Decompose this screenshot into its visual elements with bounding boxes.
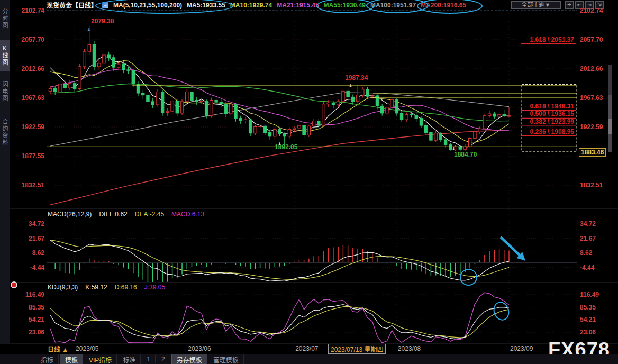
macd-axis-label-right: 8.62 bbox=[580, 249, 592, 257]
kdj-axis-label-left: 85.35 bbox=[16, 304, 44, 311]
price-axis-label-right: 1967.63 bbox=[580, 94, 603, 102]
left-sidebar: 分时图K线图闪电图合约资料 bbox=[0, 0, 10, 344]
date-axis-label: 2023/06 bbox=[188, 345, 211, 352]
trading-app-window: 分时图K线图闪电图合约资料 现货黄金【日线】 MA(5,10,21,55,100… bbox=[0, 0, 618, 364]
macd-diff-value: DIFF:0.62 bbox=[99, 211, 127, 218]
ma-value-3: MA21:1915.45 bbox=[277, 2, 319, 9]
kdj-d-value: D:69.16 bbox=[115, 284, 137, 291]
macd-axis-label-left: 21.67 bbox=[16, 235, 44, 242]
date-axis-label: 2023/09 bbox=[510, 345, 533, 352]
kdj-axis-label-right: 23.06 bbox=[580, 329, 596, 336]
cross-marker: + bbox=[87, 26, 90, 33]
date-axis-label: 2023/08 bbox=[398, 345, 421, 352]
macd-dea-value: DEA:-2.45 bbox=[135, 211, 164, 218]
macd-axis-label-right: 34.72 bbox=[580, 220, 596, 228]
cross-marker: + bbox=[278, 141, 281, 147]
kdj-axis-label-right: 85.35 bbox=[580, 304, 596, 311]
price-axis-label-right: 1832.51 bbox=[580, 181, 603, 189]
tab-1[interactable]: 1 bbox=[142, 355, 156, 363]
kdj-axis-label-left: 23.06 bbox=[16, 329, 44, 336]
price-point-label: 2079.38 bbox=[91, 17, 114, 25]
pan-cross-icon[interactable]: ✛ bbox=[565, 1, 574, 9]
kdj-axis-label-right: 116.49 bbox=[580, 291, 599, 298]
period-selector[interactable]: 日线 ▲ bbox=[48, 344, 68, 353]
kdj-axis-label-left: 116.49 bbox=[16, 291, 44, 298]
price-point-label: 1987.34 bbox=[345, 74, 368, 81]
tab-指标[interactable]: 指标 bbox=[36, 354, 59, 364]
all-themes-button[interactable]: 全部主题▼ bbox=[511, 1, 561, 9]
price-axis-label-left: 1877.55 bbox=[16, 152, 44, 160]
sidebar-item-3[interactable]: 闪电图 bbox=[0, 76, 10, 107]
macd-axis-label-right: -4.44 bbox=[580, 264, 594, 271]
ma-value-2: MA10:1929.74 bbox=[230, 2, 272, 9]
sidebar-item-2[interactable]: K线图 bbox=[0, 40, 10, 71]
indicator-settings-icon[interactable] bbox=[11, 281, 17, 288]
tab-模板[interactable]: 模板 bbox=[60, 354, 83, 364]
tab-VIP指标[interactable]: VIP指标 bbox=[84, 354, 117, 364]
date-axis-label: 2023/05 bbox=[76, 345, 98, 352]
price-axis-label-right: 2012.66 bbox=[580, 65, 603, 72]
macd-axis-label-left: 34.72 bbox=[16, 220, 44, 228]
fib-level-label: 0.500 \ 1936.15 bbox=[516, 110, 574, 117]
chart-canvas[interactable] bbox=[0, 0, 618, 364]
price-point-label: 1884.70 bbox=[454, 151, 477, 158]
price-axis-label-left: 2057.70 bbox=[16, 36, 44, 43]
kdj-axis-label-left: 54.21 bbox=[16, 316, 44, 323]
kdj-header: KDJ(9,3,3) K:59.12 D:69.16 J:39.05 bbox=[48, 284, 165, 291]
kdj-j-value: J:39.05 bbox=[144, 284, 165, 291]
price-axis-label-right: 2057.70 bbox=[580, 36, 603, 43]
kdj-axis-label-right: 54.21 bbox=[580, 316, 596, 323]
cross-marker: + bbox=[452, 145, 455, 152]
price-axis-label-right: 2102.74 bbox=[580, 7, 603, 14]
fib-level-label: 0.618 \ 1948.31 bbox=[516, 103, 574, 110]
sidebar-item-4[interactable]: 合约资料 bbox=[0, 113, 10, 152]
fib-level-label: 0.382 \ 1923.99 bbox=[516, 118, 574, 125]
fib-level-label: 0.236 \ 1908.95 bbox=[516, 128, 574, 135]
macd-header: MACD(26,12,9) DIFF:0.62 DEA:-2.45 MACD:6… bbox=[48, 211, 204, 218]
highlight-ellipse-5 bbox=[460, 269, 477, 286]
sidebar-item-1[interactable]: 分时图 bbox=[0, 3, 10, 34]
tab-另存模板[interactable]: 另存模板 bbox=[171, 354, 207, 364]
price-axis-label-right: 1922.59 bbox=[580, 123, 603, 131]
macd-params: MACD(26,12,9) bbox=[48, 211, 92, 218]
symbol-title: 现货黄金【日线】 bbox=[47, 1, 97, 10]
date-axis-label: 2023/07 bbox=[295, 345, 318, 352]
tab-标准[interactable]: 标准 bbox=[118, 354, 141, 364]
kdj-k-value: K:59.12 bbox=[85, 284, 107, 291]
tab-2[interactable]: 2 bbox=[157, 355, 170, 363]
macd-axis-label-right: 21.67 bbox=[580, 235, 596, 242]
last-price-marker: 1883.46 bbox=[579, 148, 606, 157]
bottom-tab-bar: 指标模板VIP指标标准12另存模板管理模板 bbox=[0, 354, 618, 364]
macd-axis-label-left: -4.44 bbox=[16, 264, 44, 271]
fib-level-label: 1.618 \ 2051.37 bbox=[516, 36, 574, 43]
tab-管理模板[interactable]: 管理模板 bbox=[208, 354, 244, 364]
price-axis-label-left: 1967.63 bbox=[16, 94, 44, 102]
cross-marker: + bbox=[349, 83, 352, 89]
price-axis-label-left: 2102.74 bbox=[16, 7, 44, 14]
price-axis-label-left: 2012.66 bbox=[16, 65, 44, 72]
price-axis-label-left: 1922.59 bbox=[16, 123, 44, 131]
kdj-params: KDJ(9,3,3) bbox=[48, 284, 78, 291]
macd-axis-label-left: 8.62 bbox=[16, 249, 44, 257]
selected-date-readout: 2023/07/13 星期四 bbox=[328, 344, 386, 354]
macd-value: MACD:6.13 bbox=[171, 211, 204, 218]
price-axis-label-left: 1832.51 bbox=[16, 181, 44, 189]
